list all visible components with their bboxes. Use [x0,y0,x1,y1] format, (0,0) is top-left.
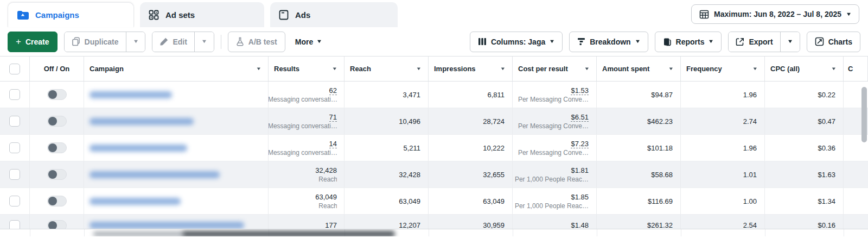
chevron-down-icon: ▼ [668,66,674,71]
columns-button[interactable]: Columns: Jaga ▼ [470,32,563,52]
columns-button-label: Columns: Jaga [491,37,545,46]
row-checkbox[interactable] [9,89,20,100]
campaign-name-blurred[interactable] [90,91,172,98]
reports-icon [663,37,672,46]
results-cell: 63,049 Reach [269,188,344,214]
toggle-knob [48,117,57,126]
campaign-name-blurred[interactable] [90,198,181,205]
more-button[interactable]: More ▼ [292,37,325,46]
campaign-off-on-toggle[interactable] [47,169,67,180]
campaign-name-blurred[interactable] [90,171,220,178]
chevron-down-icon: ▼ [708,39,714,44]
reports-button[interactable]: Reports ▼ [655,32,722,52]
header-cell-impressions[interactable]: Impressions ▼ [429,57,513,81]
date-range-selector[interactable]: Maximum: Jun 8, 2022 – Jul 8, 2025 ▼ [691,4,859,24]
campaigns-folder-icon [17,10,29,20]
vertical-scrollbar-thumb[interactable] [861,87,867,142]
impressions-header-label: Impressions [434,65,476,73]
export-dropdown[interactable]: ▼ [780,32,800,52]
tab-ad-sets[interactable]: Ad sets [140,2,264,27]
export-icon [736,37,744,46]
edit-button[interactable]: Edit [152,32,194,52]
charts-icon [815,37,824,46]
campaigns-table: Off / On Campaign ▼ Results ▼ Reach ▼ Im… [0,56,868,236]
flask-icon [236,37,244,46]
reach-value: 3,471 [403,90,420,99]
header-cell-results[interactable]: Results ▼ [269,57,344,81]
tab-ad-sets-label: Ad sets [165,10,195,20]
amount-spent-cell: $94.87 [597,82,681,108]
row-checkbox[interactable] [9,196,20,207]
cost-per-result-cell: $1.85 Per 1,000 People Reac… [513,188,597,214]
row-checkbox[interactable] [9,142,20,153]
results-cell: 14 Messaging conversati… [269,135,344,161]
chevron-down-icon: ▼ [500,66,506,71]
header-cell-cost-per-result[interactable]: Cost per result ▼ [513,57,597,81]
ab-test-button[interactable]: A/B test [228,32,285,52]
toggle-knob [48,197,57,205]
campaign-name-blurred[interactable] [90,145,187,152]
table-header-row: Off / On Campaign ▼ Results ▼ Reach ▼ Im… [0,56,868,82]
next-column-cell-partial [844,161,868,187]
campaign-off-on-toggle[interactable] [47,116,67,127]
reach-cell: 10,496 [344,108,429,134]
header-cell-amount-spent[interactable]: Amount spent ▼ [597,57,681,81]
export-split-button: Export ▼ [728,32,800,52]
tab-ads[interactable]: Ads [270,2,398,27]
frequency-value: 1.00 [743,197,757,206]
header-cell-campaign[interactable]: Campaign ▼ [84,57,269,81]
results-sublabel: Reach [318,175,337,184]
tab-ads-label: Ads [295,10,310,20]
campaign-name-blurred[interactable] [90,222,244,229]
campaign-off-on-toggle[interactable] [47,142,67,153]
duplicate-dropdown[interactable]: ▼ [126,32,145,52]
campaign-off-on-toggle[interactable] [47,196,67,207]
amount-spent-value: $462.23 [647,117,673,126]
reach-value: 5,211 [403,143,420,153]
chevron-down-icon: ▼ [846,12,852,17]
table-row: 63,049 Reach 63,049 63,049 $1.85 Per 1,0… [0,188,868,215]
frequency-cell: 1.00 [681,188,765,214]
create-button[interactable]: + Create [8,32,58,52]
impressions-cell: 32,655 [429,161,513,187]
impressions-value: 32,655 [483,170,505,179]
header-cell-off-on: Off / On [30,57,84,81]
next-column-cell-partial [844,188,868,214]
edit-dropdown[interactable]: ▼ [194,32,214,52]
campaign-off-on-toggle[interactable] [47,89,67,100]
export-button-label: Export [749,37,773,46]
cpc-all-cell: $0.36 [765,135,844,161]
cost-per-result-cell: $6.51 Per Messaging Conve… [513,108,597,134]
header-cell-select-all [0,57,30,81]
export-button[interactable]: Export [729,32,780,52]
row-select-cell [0,161,30,187]
actions-toolbar: + Create Duplicate ▼ Edit ▼ [0,27,868,56]
ab-test-button-label: A/B test [248,37,277,46]
row-checkbox[interactable] [9,116,20,127]
date-range-label: Maximum: Jun 8, 2022 – Jul 8, 2025 [714,10,841,18]
off-on-header-label: Off / On [44,65,70,73]
copy-icon [72,37,80,46]
results-sublabel: Messaging conversati… [269,122,337,130]
breakdown-button-label: Breakdown [590,37,630,46]
charts-button-label: Charts [828,37,852,46]
breakdown-button[interactable]: Breakdown ▼ [569,32,648,52]
campaign-name-blurred[interactable] [90,118,194,125]
tab-campaigns[interactable]: Campaigns [8,2,134,27]
select-all-checkbox[interactable] [9,64,20,74]
toolbar-right-group: Columns: Jaga ▼ Breakdown ▼ Reports ▼ [470,32,860,52]
header-cell-frequency[interactable]: Frequency ▼ [681,57,765,81]
cost-per-result-value: $7.23 [571,140,589,148]
charts-button[interactable]: Charts [807,32,860,52]
row-checkbox[interactable] [9,169,20,180]
reach-header-label: Reach [350,65,371,73]
duplicate-button[interactable]: Duplicate [65,32,126,52]
amount-spent-cell: $101.18 [597,135,681,161]
duplicate-split-button: Duplicate ▼ [64,32,146,52]
header-cell-reach[interactable]: Reach ▼ [344,57,429,81]
cost-per-result-value: $1.85 [571,193,589,201]
cost-per-result-cell: $7.23 Per Messaging Conve… [513,135,597,161]
header-cell-cpc-all[interactable]: CPC (all) ▼ [765,57,844,81]
amount-spent-value: $94.87 [651,90,673,99]
reach-value: 32,428 [399,170,420,179]
